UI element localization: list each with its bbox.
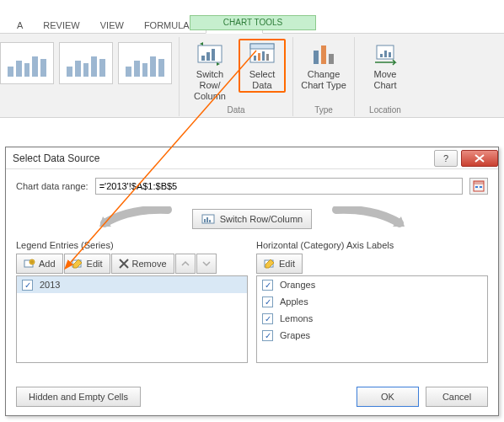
checkbox[interactable]: ✓ <box>262 296 273 307</box>
edit-icon <box>72 258 83 270</box>
change-chart-type-button[interactable]: Change Chart Type <box>300 39 347 91</box>
chart-data-range-input[interactable] <box>95 178 463 195</box>
add-series-label: Add <box>39 259 56 269</box>
category-name: Grapes <box>280 330 310 340</box>
close-button[interactable] <box>461 150 498 167</box>
switch-row-column-row: Switch Row/Column <box>16 206 488 232</box>
chart-style-1[interactable] <box>0 42 54 84</box>
range-picker-icon <box>473 180 485 192</box>
move-chart-button[interactable]: Move Chart <box>362 39 409 91</box>
series-listbox[interactable]: ✓ 2013 <box>16 275 248 363</box>
svg-rect-12 <box>329 54 334 64</box>
svg-rect-9 <box>266 54 269 61</box>
change-chart-type-label: Change Chart Type <box>301 69 346 91</box>
help-icon: ? <box>443 153 448 163</box>
switch-row-column-label: Switch Row/ Column <box>186 69 233 103</box>
series-name: 2013 <box>40 280 60 290</box>
chart-style-2[interactable] <box>59 42 113 84</box>
chart-data-range-label: Chart data range: <box>16 181 88 191</box>
move-chart-label: Move Chart <box>374 69 397 91</box>
edit-series-button[interactable]: Edit <box>64 254 110 274</box>
svg-rect-2 <box>206 52 210 61</box>
chevron-down-icon <box>202 260 211 267</box>
move-chart-icon <box>372 40 399 67</box>
switch-row-column-dialog-button[interactable]: Switch Row/Column <box>192 209 312 229</box>
checkbox[interactable]: ✓ <box>22 280 33 291</box>
chart-data-range-row: Chart data range: <box>16 178 488 195</box>
legend-entries-title: Legend Entries (Series) <box>16 240 248 250</box>
edit-series-label: Edit <box>87 259 103 269</box>
switch-icon <box>201 212 215 226</box>
category-name: Lemons <box>280 313 313 323</box>
change-chart-type-icon <box>310 40 337 67</box>
move-up-button[interactable] <box>175 254 196 274</box>
list-item[interactable]: ✓Apples <box>257 293 487 310</box>
checkbox[interactable]: ✓ <box>262 330 273 341</box>
group-chart-styles <box>0 37 180 116</box>
list-item[interactable]: ✓ 2013 <box>17 276 247 293</box>
range-picker-button[interactable] <box>469 178 488 195</box>
switch-row-column-button[interactable]: Switch Row/ Column <box>186 39 233 103</box>
svg-rect-27 <box>30 261 34 263</box>
dialog-title: Select Data Source <box>13 152 99 164</box>
chevron-up-icon <box>181 260 190 267</box>
svg-rect-8 <box>262 51 265 61</box>
svg-rect-5 <box>250 44 274 49</box>
move-down-button[interactable] <box>196 254 217 274</box>
svg-rect-23 <box>206 217 208 222</box>
axis-labels-title: Horizontal (Category) Axis Labels <box>256 240 488 250</box>
tab-view[interactable]: VIEW <box>90 18 134 33</box>
edit-icon <box>264 258 276 270</box>
svg-rect-16 <box>389 52 391 57</box>
checkbox[interactable]: ✓ <box>262 313 273 324</box>
edit-axis-labels-label: Edit <box>279 259 295 269</box>
svg-rect-18 <box>474 181 484 184</box>
add-series-button[interactable]: Add <box>16 254 63 274</box>
ribbon-body: Switch Row/ Column Select Data Data Chan… <box>0 34 504 118</box>
group-type-label: Type <box>314 104 333 115</box>
edit-axis-labels-button[interactable]: Edit <box>256 254 303 274</box>
category-name: Apples <box>280 296 308 307</box>
ok-button[interactable]: OK <box>357 387 419 407</box>
hidden-empty-cells-button[interactable]: Hidden and Empty Cells <box>16 387 141 407</box>
tab-review[interactable]: REVIEW <box>33 18 89 33</box>
cancel-button[interactable]: Cancel <box>426 387 488 407</box>
help-button[interactable]: ? <box>434 150 458 167</box>
svg-rect-11 <box>321 45 326 64</box>
select-data-button[interactable]: Select Data <box>239 39 286 93</box>
list-item[interactable]: ✓Grapes <box>257 327 487 344</box>
group-type: Change Chart Type Type <box>293 37 355 116</box>
category-listbox[interactable]: ✓Oranges ✓Apples ✓Lemons ✓Grapes <box>256 275 488 363</box>
close-icon <box>475 154 485 163</box>
remove-icon <box>119 259 129 269</box>
svg-rect-7 <box>258 53 260 61</box>
chart-style-3[interactable] <box>118 42 172 84</box>
svg-rect-22 <box>204 219 206 222</box>
svg-rect-10 <box>314 51 319 64</box>
contextual-tab-chart-tools: CHART TOOLS <box>190 15 316 30</box>
svg-rect-3 <box>212 49 215 61</box>
list-item[interactable]: ✓Oranges <box>257 276 487 293</box>
dialog-footer: Hidden and Empty Cells OK Cancel <box>16 387 488 407</box>
svg-rect-1 <box>201 56 205 61</box>
remove-series-button[interactable]: Remove <box>111 254 174 274</box>
group-data-label: Data <box>227 104 244 115</box>
group-location-label: Location <box>369 104 401 115</box>
svg-rect-19 <box>475 186 478 188</box>
dialog-titlebar: Select Data Source ? <box>6 147 498 169</box>
group-data: Switch Row/ Column Select Data Data <box>180 37 293 116</box>
swoop-left-icon <box>96 206 172 232</box>
svg-rect-15 <box>384 51 387 57</box>
svg-rect-6 <box>254 56 256 61</box>
category-name: Oranges <box>280 280 315 290</box>
remove-series-label: Remove <box>132 259 167 269</box>
tab-a[interactable]: A <box>7 18 33 33</box>
svg-rect-20 <box>480 186 482 188</box>
checkbox[interactable]: ✓ <box>262 280 273 291</box>
select-data-icon <box>249 40 276 67</box>
list-item[interactable]: ✓Lemons <box>257 310 487 327</box>
swoop-right-icon <box>332 206 408 232</box>
svg-rect-24 <box>209 220 211 222</box>
add-icon <box>24 258 35 270</box>
svg-rect-14 <box>380 54 383 57</box>
